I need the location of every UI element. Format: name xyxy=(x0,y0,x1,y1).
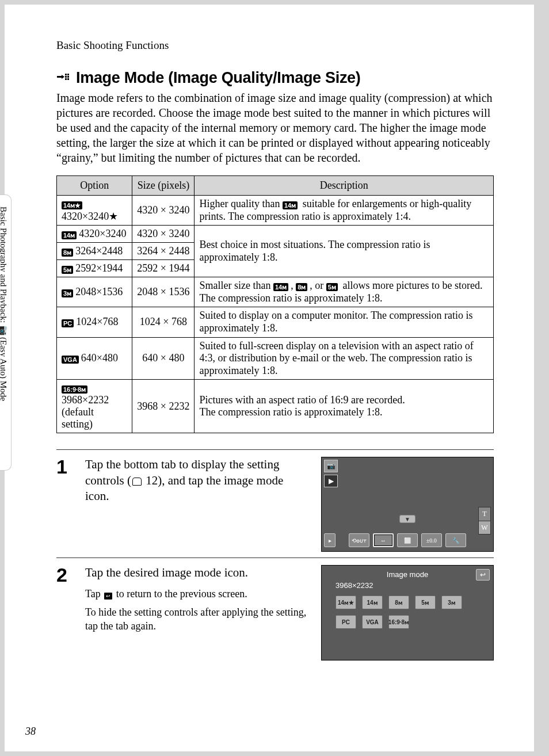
size-value: 2048 × 1536 xyxy=(132,277,195,307)
mode-badge-icon: 14ᴍ xyxy=(273,283,288,291)
step-1-figure: 📷 ▶ ▼ T W ▸ ⟲ᴏᴜᴛ ↔ ⬜ ±0.0 🔧 xyxy=(321,457,494,552)
opt-sub: (default setting) xyxy=(62,406,94,430)
current-value: 3968×2232 xyxy=(327,581,487,590)
mode-badge-icon: 8ᴍ xyxy=(296,283,307,291)
step-2: 2 Tap the desired image mode icon. Tap ↩… xyxy=(56,558,494,660)
table-row: 14ᴍ★4320×3240★ 4320 × 3240 Higher qualit… xyxy=(57,196,494,226)
side-tab: Basic Photography and Playback: 📷 (Easy … xyxy=(0,194,12,471)
zoom-control: T W xyxy=(478,507,491,534)
camera-icon: 📷 xyxy=(0,326,8,335)
mode-badge-icon: 16:9·8ᴍ xyxy=(62,385,87,394)
svg-rect-2 xyxy=(65,74,67,75)
back-icon: ↩ xyxy=(476,569,490,581)
mode-option: 16:9·8ᴍ xyxy=(388,615,409,629)
opt-label: 2048×1536 xyxy=(75,286,123,297)
back-icon: ↩ xyxy=(104,593,112,600)
opt-label: 3968×2232 xyxy=(62,394,109,406)
side-tab-text-1: Basic Photography and Playback: xyxy=(0,207,8,323)
step-1: 1 Tap the bottom tab to display the sett… xyxy=(56,449,494,552)
mode-option: VGA xyxy=(362,615,383,629)
size-value: 1024 × 768 xyxy=(132,307,195,337)
zoom-in: T xyxy=(479,507,490,521)
setup-icon: 🔧 xyxy=(445,533,466,547)
step-sub: Tap ↩ to return to the previous screen. xyxy=(85,587,310,601)
table-row: 3ᴍ2048×1536 2048 × 1536 Smaller size tha… xyxy=(57,277,494,307)
mode-badge-icon: 8ᴍ xyxy=(62,249,73,257)
size-value: 4320 × 3240 xyxy=(132,196,195,226)
mode-badge-icon: 5ᴍ xyxy=(326,283,338,291)
mode-badge-icon: PC xyxy=(62,319,74,327)
size-value: 2592 × 1944 xyxy=(132,260,195,277)
size-value: 640 × 480 xyxy=(132,337,195,380)
mode-badge-icon: 14ᴍ★ xyxy=(62,201,82,209)
size-value: 3264 × 2448 xyxy=(132,243,195,260)
mode-option: 14ᴍ★ xyxy=(336,595,356,609)
col-description: Description xyxy=(195,176,494,196)
opt-label: 3264×2448 xyxy=(75,245,123,257)
col-size: Size (pixels) xyxy=(132,176,195,196)
image-mode-icon xyxy=(56,72,71,85)
svg-rect-7 xyxy=(67,78,69,80)
shooting-mode-icon: 📷 xyxy=(324,460,338,472)
desc-value: Smaller size than 14ᴍ, 8ᴍ, or 5ᴍ allows … xyxy=(195,277,494,307)
page-number: 38 xyxy=(25,726,36,738)
page-title: Image Mode (Image Quality/Image Size) xyxy=(76,69,361,87)
desc-value: Higher quality than 14ᴍ suitable for enl… xyxy=(195,196,494,226)
opt-label: 4320×3240 xyxy=(79,228,126,239)
mode-badge-icon: 14ᴍ xyxy=(62,231,77,239)
touch-shooting-icon: ⬜ xyxy=(397,533,418,547)
table-row: PC1024×768 1024 × 768 Suited to display … xyxy=(57,307,494,337)
opt-label: 640×480 xyxy=(81,352,118,364)
step-instruction: Tap the bottom tab to display the settin… xyxy=(85,457,310,504)
exposure-comp-icon: ±0.0 xyxy=(421,533,442,547)
opt-label: 4320×3240 xyxy=(62,211,109,222)
opt-label: 2592×1944 xyxy=(75,262,123,274)
zoom-out: W xyxy=(479,521,490,534)
mode-option: 14ᴍ xyxy=(362,595,383,609)
step-number: 2 xyxy=(56,565,74,660)
desc-value: Best choice in most situations. The comp… xyxy=(195,226,494,277)
desc-value: Suited to display on a computer monitor.… xyxy=(195,307,494,337)
side-tab-text-2: (Easy Auto) Mode xyxy=(0,337,8,401)
mode-badge-icon: VGA xyxy=(62,356,79,364)
reference-icon xyxy=(132,478,142,486)
star-icon: ★ xyxy=(109,211,118,222)
intro-paragraph: Image mode refers to the combination of … xyxy=(56,90,494,165)
step-instruction: Tap the desired image mode icon. xyxy=(85,565,310,581)
tab-icon: ▸ xyxy=(324,533,336,547)
mode-option: PC xyxy=(336,615,356,629)
title-row: Image Mode (Image Quality/Image Size) xyxy=(56,69,494,87)
size-value: 3968 × 2232 xyxy=(132,380,195,433)
svg-rect-0 xyxy=(57,76,62,78)
page: Basic Photography and Playback: 📷 (Easy … xyxy=(5,5,534,751)
table-row: 14ᴍ4320×3240 4320 × 3240 Best choice in … xyxy=(57,226,494,243)
opt-label: 1024×768 xyxy=(76,316,118,327)
table-row: 16:9·8ᴍ3968×2232 (default setting) 3968 … xyxy=(57,380,494,433)
desc-value: Suited to full-screen display on a telev… xyxy=(195,337,494,380)
mode-badge-icon: 3ᴍ xyxy=(62,289,73,297)
section-header: Basic Shooting Functions xyxy=(56,39,494,52)
mode-option: 3ᴍ xyxy=(441,595,462,609)
step-number: 1 xyxy=(56,457,74,552)
mode-badge-icon: 5ᴍ xyxy=(62,266,73,274)
svg-rect-5 xyxy=(67,76,69,78)
svg-rect-3 xyxy=(67,74,69,75)
svg-rect-4 xyxy=(65,76,67,78)
image-mode-table: Option Size (pixels) Description 14ᴍ★432… xyxy=(56,175,494,433)
mode-option: 8ᴍ xyxy=(388,595,409,609)
fig-title: Image mode xyxy=(327,570,487,579)
size-value: 4320 × 3240 xyxy=(132,226,195,243)
playback-icon: ▶ xyxy=(324,475,338,487)
svg-marker-1 xyxy=(62,75,64,79)
step-sub: To hide the setting controls after apply… xyxy=(85,605,310,633)
table-row: VGA640×480 640 × 480 Suited to full-scre… xyxy=(57,337,494,380)
mode-option: 5ᴍ xyxy=(415,595,436,609)
self-timer-icon: ⟲ᴏᴜᴛ xyxy=(349,533,369,547)
chevron-down-icon: ▼ xyxy=(399,515,415,523)
desc-value: Pictures with an aspect ratio of 16:9 ar… xyxy=(195,380,494,433)
svg-rect-6 xyxy=(65,78,67,80)
col-option: Option xyxy=(57,176,132,196)
step-2-figure: ↩ Image mode 3968×2232 14ᴍ★ 14ᴍ 8ᴍ 5ᴍ 3ᴍ… xyxy=(321,565,494,660)
mode-badge-icon: 14ᴍ xyxy=(283,201,298,209)
image-mode-icon: ↔ xyxy=(373,533,394,547)
